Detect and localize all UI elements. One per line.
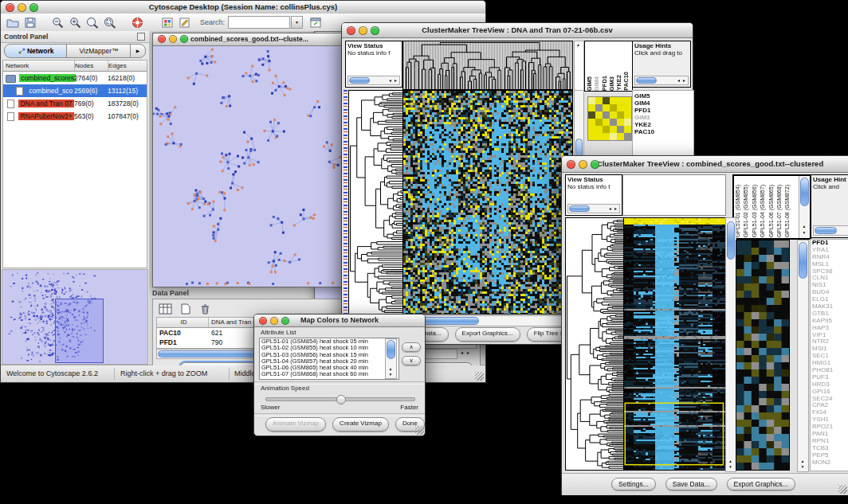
- treeview2-titlebar[interactable]: ClusterMaker TreeView : combined_scores_…: [562, 156, 848, 173]
- gene-label[interactable]: NIS1: [812, 282, 848, 289]
- search-dropdown-icon[interactable]: ▼: [291, 16, 303, 29]
- new-attribute-icon[interactable]: [178, 302, 194, 316]
- network-table-row[interactable]: combined_sco 2569(6) 13112(15): [3, 84, 147, 97]
- gene-label[interactable]: PUF3: [812, 374, 848, 381]
- scroll-left-icon[interactable]: ◄: [388, 79, 392, 83]
- tab-network[interactable]: Network: [4, 44, 68, 58]
- gene-label[interactable]: VIP1: [812, 332, 848, 339]
- slider-thumb[interactable]: [336, 395, 346, 404]
- scrollbar-thumb[interactable]: [636, 77, 657, 84]
- attribute-browser-tab[interactable]: Node Attribute Browser: [180, 362, 257, 365]
- gene-label[interactable]: PFD1: [812, 240, 848, 247]
- scrollbar-thumb[interactable]: [799, 242, 807, 279]
- network-table-row[interactable]: RNAPuberNov2+ 563(0) 107847(0): [3, 110, 147, 123]
- scrollbar-thumb[interactable]: [815, 227, 837, 234]
- treeview-button[interactable]: Settings...: [611, 478, 656, 490]
- gene-label[interactable]: GTB1: [812, 311, 848, 318]
- scrollbar-thumb[interactable]: [800, 178, 809, 206]
- resize-grip[interactable]: [838, 485, 847, 494]
- float-panel-icon[interactable]: [137, 33, 145, 41]
- scroll-right-icon[interactable]: ►: [394, 79, 398, 83]
- resize-grip[interactable]: [415, 426, 424, 435]
- gene-label[interactable]: RNR4: [812, 254, 848, 261]
- column-label[interactable]: GIM4: [594, 76, 601, 91]
- close-icon[interactable]: [567, 160, 575, 169]
- zoom-window-icon[interactable]: [371, 26, 379, 35]
- column-scroll-strip[interactable]: ▲: [574, 41, 584, 92]
- scroll-down-icon[interactable]: ▼: [803, 231, 807, 235]
- heatmap-hscrollbar[interactable]: ◄ ►: [402, 315, 574, 326]
- move-down-button[interactable]: ∨: [402, 356, 421, 365]
- column-dendrogram[interactable]: [402, 41, 573, 90]
- annotation-icon[interactable]: [177, 15, 193, 29]
- minimize-icon[interactable]: [18, 3, 26, 12]
- search-input[interactable]: [228, 16, 290, 29]
- scroll-right-icon[interactable]: ►: [466, 351, 470, 355]
- scroll-up-icon[interactable]: ▲: [576, 43, 580, 47]
- gene-label[interactable]: HRD3: [812, 381, 848, 389]
- column-label[interactable]: GPL51-02 (GSM855): [743, 185, 751, 237]
- zoom-selected-icon[interactable]: [84, 15, 100, 29]
- animation-speed-slider[interactable]: [265, 397, 415, 401]
- birdseye-view[interactable]: [2, 269, 148, 365]
- network-canvas[interactable]: [153, 46, 344, 287]
- zoom-window-icon[interactable]: [180, 35, 188, 43]
- dialog-button[interactable]: Create Vizmap: [332, 417, 389, 432]
- resize-grip[interactable]: [475, 372, 484, 381]
- gene-label[interactable]: SEC24: [812, 396, 848, 403]
- attribute-list[interactable]: GPL51-01 (GSM854) heat shock 05 minGPL51…: [259, 338, 399, 380]
- row-label[interactable]: PFD1: [634, 107, 692, 114]
- scroll-right-icon[interactable]: ►: [614, 207, 618, 211]
- scroll-left-icon[interactable]: ◄: [677, 79, 681, 83]
- heatmap-vscrollbar[interactable]: ▲ ▼: [725, 217, 736, 472]
- minimize-icon[interactable]: [579, 160, 587, 169]
- minimize-icon[interactable]: [270, 317, 278, 325]
- open-session-icon[interactable]: [5, 15, 21, 29]
- dialog-titlebar[interactable]: Map Colors to Network: [254, 315, 425, 327]
- column-label[interactable]: PAC10: [623, 72, 630, 91]
- column-dendrogram-area[interactable]: [622, 174, 726, 216]
- row-label[interactable]: YKE2: [634, 121, 692, 128]
- column-label[interactable]: GPL51-03 (GSM856): [752, 185, 760, 237]
- tab-vizmapper[interactable]: VizMapper™: [66, 44, 132, 58]
- gene-label[interactable]: CPA2: [812, 402, 848, 409]
- gene-label[interactable]: TCB3: [812, 445, 848, 452]
- main-titlebar[interactable]: Cytoscape Desktop (Session Name: collins…: [1, 1, 485, 14]
- close-icon[interactable]: [6, 3, 14, 12]
- gene-label[interactable]: MAK31: [812, 303, 848, 311]
- gene-label[interactable]: HMG1: [812, 360, 848, 367]
- view-status-hscrollbar[interactable]: ◄ ►: [567, 204, 620, 213]
- gene-list-vscrollbar[interactable]: ▲ ▼: [797, 240, 809, 472]
- row-label[interactable]: GIM3: [634, 114, 692, 121]
- attribute-item[interactable]: GPL51-07 (GSM868) heat shock 60 min: [261, 371, 398, 377]
- minimize-icon[interactable]: [359, 26, 367, 35]
- zoom-window-icon[interactable]: [29, 3, 38, 12]
- gene-label[interactable]: RPN1: [812, 438, 848, 445]
- column-label[interactable]: GPL51-04 (GSM857): [760, 185, 768, 237]
- heatmap-zoom-mini[interactable]: [587, 96, 632, 141]
- delete-attribute-icon[interactable]: [197, 302, 213, 316]
- close-icon[interactable]: [259, 317, 267, 325]
- tab-overflow-icon[interactable]: ▶: [130, 44, 146, 58]
- scrollbar-thumb[interactable]: [387, 340, 395, 359]
- zoom-in-icon[interactable]: [67, 15, 83, 29]
- window-controls[interactable]: [6, 3, 38, 12]
- scroll-down-icon[interactable]: ▼: [389, 373, 393, 377]
- gene-label[interactable]: BUD4: [812, 289, 848, 296]
- attribute-list-vscrollbar[interactable]: ▲ ▼: [385, 338, 397, 379]
- scroll-down-icon[interactable]: ▼: [801, 465, 805, 469]
- heatmap-zoom[interactable]: [736, 240, 790, 471]
- gene-label[interactable]: RPO21: [812, 424, 848, 431]
- scroll-up-icon[interactable]: ▲: [801, 459, 805, 463]
- column-labels-vscrollbar[interactable]: ▲ ▼: [799, 176, 810, 238]
- scroll-up-icon[interactable]: ▲: [728, 459, 732, 463]
- close-icon[interactable]: [347, 26, 355, 35]
- save-session-icon[interactable]: [22, 15, 38, 29]
- scroll-left-icon[interactable]: ◄: [608, 207, 612, 211]
- row-label[interactable]: GIM4: [634, 100, 692, 107]
- attribute-table-icon[interactable]: [157, 302, 173, 316]
- move-up-button[interactable]: ∧: [402, 342, 421, 352]
- column-label[interactable]: GPL51-06 (GSM865): [768, 185, 776, 237]
- treeview-button[interactable]: Save Data...: [665, 478, 717, 490]
- scrollbar-thumb[interactable]: [727, 221, 735, 260]
